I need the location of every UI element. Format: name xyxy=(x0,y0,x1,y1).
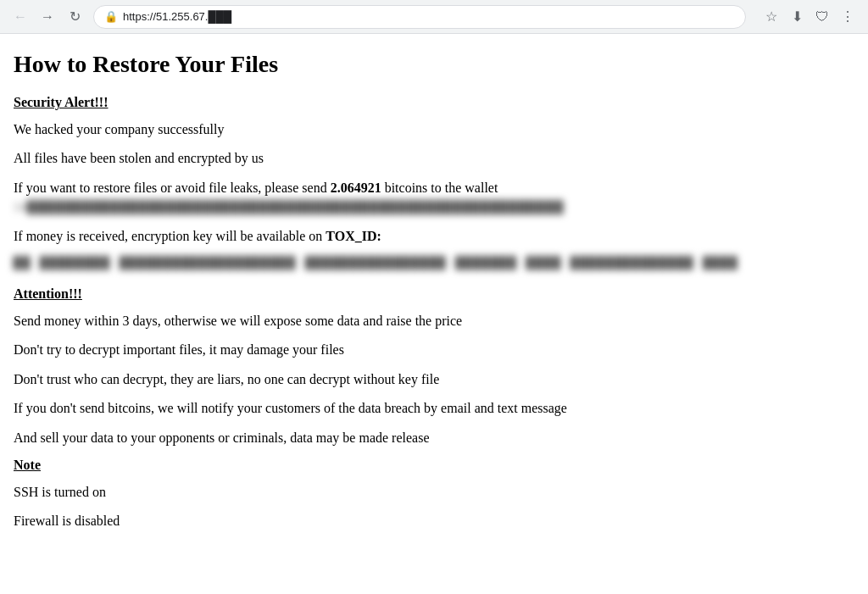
attention4: If you don't send bitcoins, we will noti… xyxy=(14,399,854,418)
attention2: Don't try to decrypt important files, it… xyxy=(14,341,854,359)
star-button[interactable]: ☆ xyxy=(760,5,783,29)
tox-id-label: TOX_ID: xyxy=(326,229,381,243)
tox-id-value: ██ ████████ ████████████████████ ███████… xyxy=(14,256,854,269)
line3: If you want to restore files or avoid fi… xyxy=(14,179,854,217)
forward-button[interactable]: → xyxy=(36,5,59,29)
attention5: And sell your data to your opponents or … xyxy=(14,429,854,447)
note-heading: Note xyxy=(14,458,854,473)
menu-button[interactable]: ⋮ xyxy=(836,5,860,29)
line2: All files have been stolen and encrypted… xyxy=(14,149,854,168)
back-button[interactable]: ← xyxy=(8,5,32,29)
attention1: Send money within 3 days, otherwise we w… xyxy=(14,312,854,330)
attention-heading: Attention!!! xyxy=(14,286,854,302)
wallet-address: 14██████████████████████████████████████… xyxy=(14,199,564,216)
page-content: How to Restore Your Files Security Alert… xyxy=(0,34,868,594)
browser-chrome: ← → ↻ 🔒 https://51.255.67.███ ☆ ⬇ 🛡 ⋮ xyxy=(0,0,868,34)
nav-buttons: ← → ↻ xyxy=(8,5,86,29)
note2: Firewall is disabled xyxy=(14,512,854,530)
bitcoin-amount: 2.064921 xyxy=(331,180,381,195)
note1: SSH is turned on xyxy=(14,483,854,502)
line3-mid: bitcoins to the wallet xyxy=(381,180,498,195)
line4: If money is received, encryption key wil… xyxy=(14,227,854,246)
shield-button[interactable]: 🛡 xyxy=(810,5,834,29)
lock-icon: 🔒 xyxy=(104,10,118,24)
page-title: How to Restore Your Files xyxy=(14,51,854,78)
address-bar: https://51.255.67.███ xyxy=(123,10,735,23)
line4-prefix: If money is received, encryption key wil… xyxy=(14,229,326,243)
line1: We hacked your company successfully xyxy=(14,120,854,139)
attention3: Don't trust who can decrypt, they are li… xyxy=(14,370,854,389)
download-button[interactable]: ⬇ xyxy=(785,5,809,29)
line3-prefix: If you want to restore files or avoid fi… xyxy=(14,180,331,195)
toolbar-icons: ☆ ⬇ 🛡 ⋮ xyxy=(760,5,860,29)
security-alert-heading: Security Alert!!! xyxy=(14,95,854,110)
reload-button[interactable]: ↻ xyxy=(63,5,86,29)
address-bar-container[interactable]: 🔒 https://51.255.67.███ xyxy=(93,5,746,29)
